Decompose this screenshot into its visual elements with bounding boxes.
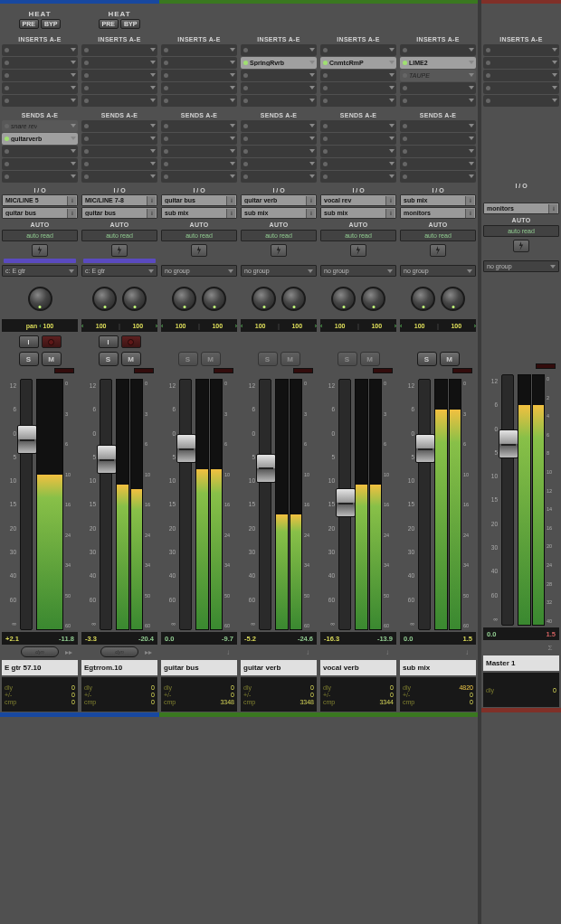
fader-track[interactable] <box>179 379 192 630</box>
delay-compensation[interactable]: dly0+/-0cmp0 <box>2 677 78 712</box>
slot[interactable] <box>161 133 237 145</box>
slot[interactable] <box>2 146 78 157</box>
io-input[interactable]: guitar bus⁞ <box>161 194 237 206</box>
slot[interactable] <box>2 44 78 56</box>
playlist-button[interactable]: dyn <box>100 646 138 657</box>
group-selector[interactable]: no group <box>483 260 559 272</box>
heat-pre-button[interactable]: PRE <box>99 19 119 29</box>
level-readout[interactable]: 0.01.5 <box>400 632 476 645</box>
pan-knob[interactable] <box>411 287 435 311</box>
slot[interactable] <box>400 171 476 183</box>
mute-button[interactable]: M <box>280 352 300 366</box>
slot[interactable] <box>483 57 559 69</box>
solo-button[interactable]: S <box>178 352 198 366</box>
slot[interactable]: SpringRvrb <box>241 57 317 69</box>
slot[interactable] <box>81 146 157 157</box>
output-arrow-icon[interactable]: ↓ <box>380 646 395 657</box>
solo-button[interactable]: S <box>99 352 119 366</box>
elastic-audio-button[interactable] <box>271 244 287 257</box>
elastic-audio-button[interactable] <box>191 244 207 257</box>
slot[interactable] <box>483 70 559 81</box>
slot[interactable] <box>320 95 396 107</box>
io-assign-icon[interactable]: ⁞ <box>67 209 76 218</box>
track-name[interactable]: E gtr 57.10 <box>2 660 78 675</box>
io-output[interactable]: guitar bus⁞ <box>81 207 157 219</box>
elastic-audio-button[interactable] <box>32 244 48 257</box>
group-selector[interactable]: no group <box>400 265 476 277</box>
slot[interactable] <box>400 120 476 132</box>
slot[interactable]: snare rev <box>2 120 78 132</box>
slot[interactable] <box>81 120 157 132</box>
slot[interactable] <box>81 82 157 94</box>
group-selector[interactable]: no group <box>320 265 396 277</box>
next-playlist-icon[interactable]: ▸▸ <box>62 646 76 657</box>
slot[interactable] <box>161 146 237 157</box>
pan-knob[interactable] <box>361 287 385 311</box>
mute-button[interactable]: M <box>121 352 141 366</box>
fader-track[interactable] <box>418 379 431 630</box>
fader-cap[interactable] <box>17 425 37 454</box>
fader-cap[interactable] <box>176 434 196 463</box>
slot[interactable] <box>483 44 559 56</box>
delay-compensation[interactable]: dly0+/-0cmp3344 <box>320 677 396 712</box>
automation-mode[interactable]: auto read <box>2 230 78 241</box>
slot[interactable] <box>400 133 476 145</box>
clip-indicator[interactable] <box>452 368 472 373</box>
group-selector[interactable]: no group <box>241 265 317 277</box>
mute-button[interactable]: M <box>201 352 221 366</box>
slot[interactable] <box>2 171 78 183</box>
slot[interactable] <box>161 70 237 81</box>
io-output[interactable]: monitors⁞ <box>400 207 476 219</box>
slot[interactable] <box>320 158 396 170</box>
heat-bypass-button[interactable]: BYP <box>120 19 140 29</box>
mute-button[interactable]: M <box>360 352 380 366</box>
record-arm-button[interactable] <box>42 335 62 348</box>
slot[interactable] <box>81 44 157 56</box>
slot[interactable] <box>81 57 157 69</box>
solo-button[interactable]: S <box>338 352 357 366</box>
slot[interactable]: TAUPE <box>400 70 476 81</box>
slot[interactable] <box>320 44 396 56</box>
slot[interactable] <box>241 146 317 157</box>
slot[interactable] <box>161 57 237 69</box>
io-input[interactable]: vocal rev⁞ <box>320 194 396 206</box>
clip-indicator[interactable] <box>54 368 74 373</box>
slot[interactable] <box>2 158 78 170</box>
io-output[interactable]: sub mix⁞ <box>241 207 317 219</box>
io-assign-icon[interactable]: ⁞ <box>226 209 235 218</box>
fader-cap[interactable] <box>97 445 117 474</box>
track-name[interactable]: vocal verb <box>320 660 396 675</box>
pan-knob[interactable] <box>331 287 356 311</box>
level-readout[interactable]: +2.1-11.8 <box>2 632 78 645</box>
slot[interactable]: LIME2 <box>400 57 476 69</box>
fader-cap[interactable] <box>499 429 518 458</box>
slot[interactable] <box>320 70 396 81</box>
elastic-audio-button[interactable] <box>513 240 529 252</box>
pan-value[interactable]: ‹100|100› <box>400 319 476 332</box>
fader-cap[interactable] <box>415 434 435 463</box>
io-assign-icon[interactable]: ⁞ <box>306 196 315 205</box>
delay-compensation[interactable]: dly0+/-0cmp0 <box>81 677 157 712</box>
io-assign-icon[interactable]: ⁞ <box>306 209 315 218</box>
delay-compensation[interactable]: dly0+/-0cmp3348 <box>161 677 237 712</box>
track-name[interactable]: Master 1 <box>483 655 559 671</box>
group-selector[interactable]: c: E gtr <box>81 265 157 277</box>
elastic-audio-button[interactable] <box>430 244 446 257</box>
solo-button[interactable]: S <box>19 352 39 366</box>
delay-compensation[interactable]: dly0 <box>483 673 559 707</box>
slot[interactable] <box>81 171 157 183</box>
io-assign-icon[interactable]: ⁞ <box>465 209 474 218</box>
slot[interactable] <box>400 158 476 170</box>
input-monitor-button[interactable]: I <box>19 335 39 348</box>
clip-indicator[interactable] <box>373 368 393 373</box>
slot[interactable] <box>2 95 78 107</box>
slot[interactable] <box>320 82 396 94</box>
pan-knob[interactable] <box>281 287 306 311</box>
slot[interactable] <box>400 146 476 157</box>
slot[interactable] <box>241 82 317 94</box>
io-assign-icon[interactable]: ⁞ <box>147 209 156 218</box>
slot[interactable] <box>400 82 476 94</box>
heat-bypass-button[interactable]: BYP <box>41 19 61 29</box>
level-readout[interactable]: 0.01.5 <box>483 627 559 640</box>
io-input[interactable]: sub mix⁞ <box>400 194 476 206</box>
